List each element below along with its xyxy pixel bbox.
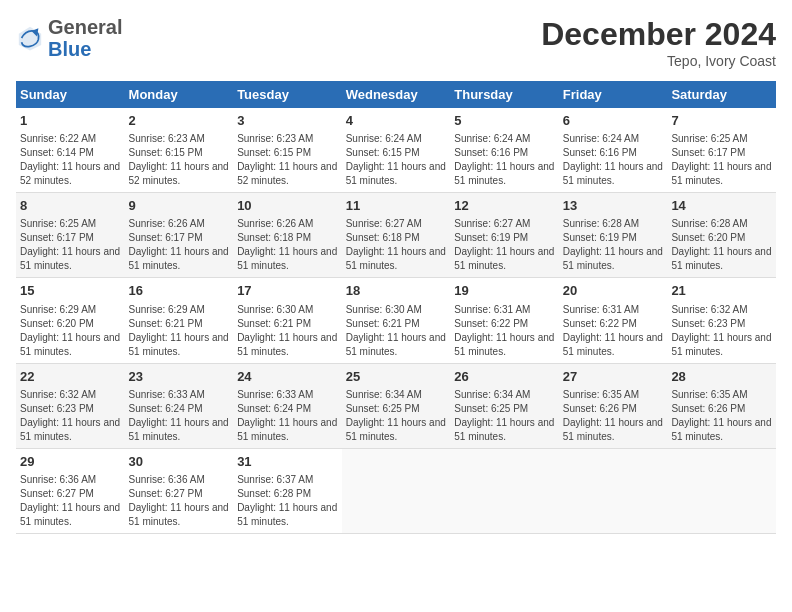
calendar-cell: 13Sunrise: 6:28 AMSunset: 6:19 PMDayligh… xyxy=(559,193,668,278)
calendar-header-row: SundayMondayTuesdayWednesdayThursdayFrid… xyxy=(16,81,776,108)
calendar-cell xyxy=(667,448,776,533)
calendar-cell: 16Sunrise: 6:29 AMSunset: 6:21 PMDayligh… xyxy=(125,278,234,363)
day-info: Sunrise: 6:31 AMSunset: 6:22 PMDaylight:… xyxy=(454,303,555,359)
day-number: 9 xyxy=(129,197,230,215)
day-info: Sunrise: 6:36 AMSunset: 6:27 PMDaylight:… xyxy=(20,473,121,529)
calendar-cell: 8Sunrise: 6:25 AMSunset: 6:17 PMDaylight… xyxy=(16,193,125,278)
calendar-cell: 7Sunrise: 6:25 AMSunset: 6:17 PMDaylight… xyxy=(667,108,776,193)
calendar-cell: 25Sunrise: 6:34 AMSunset: 6:25 PMDayligh… xyxy=(342,363,451,448)
day-info: Sunrise: 6:26 AMSunset: 6:17 PMDaylight:… xyxy=(129,217,230,273)
day-number: 24 xyxy=(237,368,338,386)
day-info: Sunrise: 6:29 AMSunset: 6:20 PMDaylight:… xyxy=(20,303,121,359)
day-info: Sunrise: 6:34 AMSunset: 6:25 PMDaylight:… xyxy=(454,388,555,444)
day-info: Sunrise: 6:29 AMSunset: 6:21 PMDaylight:… xyxy=(129,303,230,359)
calendar-cell: 14Sunrise: 6:28 AMSunset: 6:20 PMDayligh… xyxy=(667,193,776,278)
day-info: Sunrise: 6:23 AMSunset: 6:15 PMDaylight:… xyxy=(237,132,338,188)
day-number: 12 xyxy=(454,197,555,215)
day-number: 29 xyxy=(20,453,121,471)
calendar-cell: 5Sunrise: 6:24 AMSunset: 6:16 PMDaylight… xyxy=(450,108,559,193)
calendar-cell: 15Sunrise: 6:29 AMSunset: 6:20 PMDayligh… xyxy=(16,278,125,363)
logo-blue: Blue xyxy=(48,38,91,60)
day-number: 17 xyxy=(237,282,338,300)
calendar-cell: 17Sunrise: 6:30 AMSunset: 6:21 PMDayligh… xyxy=(233,278,342,363)
day-of-week-header: Monday xyxy=(125,81,234,108)
calendar-cell: 26Sunrise: 6:34 AMSunset: 6:25 PMDayligh… xyxy=(450,363,559,448)
calendar-cell: 3Sunrise: 6:23 AMSunset: 6:15 PMDaylight… xyxy=(233,108,342,193)
calendar-cell: 20Sunrise: 6:31 AMSunset: 6:22 PMDayligh… xyxy=(559,278,668,363)
day-number: 18 xyxy=(346,282,447,300)
day-number: 8 xyxy=(20,197,121,215)
day-number: 28 xyxy=(671,368,772,386)
day-of-week-header: Saturday xyxy=(667,81,776,108)
day-info: Sunrise: 6:23 AMSunset: 6:15 PMDaylight:… xyxy=(129,132,230,188)
day-of-week-header: Sunday xyxy=(16,81,125,108)
day-number: 7 xyxy=(671,112,772,130)
day-info: Sunrise: 6:24 AMSunset: 6:16 PMDaylight:… xyxy=(563,132,664,188)
day-number: 30 xyxy=(129,453,230,471)
calendar-cell: 6Sunrise: 6:24 AMSunset: 6:16 PMDaylight… xyxy=(559,108,668,193)
day-info: Sunrise: 6:27 AMSunset: 6:19 PMDaylight:… xyxy=(454,217,555,273)
calendar-cell: 1Sunrise: 6:22 AMSunset: 6:14 PMDaylight… xyxy=(16,108,125,193)
day-info: Sunrise: 6:24 AMSunset: 6:15 PMDaylight:… xyxy=(346,132,447,188)
day-info: Sunrise: 6:30 AMSunset: 6:21 PMDaylight:… xyxy=(237,303,338,359)
calendar-cell: 23Sunrise: 6:33 AMSunset: 6:24 PMDayligh… xyxy=(125,363,234,448)
day-info: Sunrise: 6:24 AMSunset: 6:16 PMDaylight:… xyxy=(454,132,555,188)
day-number: 26 xyxy=(454,368,555,386)
day-info: Sunrise: 6:31 AMSunset: 6:22 PMDaylight:… xyxy=(563,303,664,359)
day-number: 5 xyxy=(454,112,555,130)
calendar-cell: 24Sunrise: 6:33 AMSunset: 6:24 PMDayligh… xyxy=(233,363,342,448)
calendar-cell: 19Sunrise: 6:31 AMSunset: 6:22 PMDayligh… xyxy=(450,278,559,363)
day-info: Sunrise: 6:25 AMSunset: 6:17 PMDaylight:… xyxy=(671,132,772,188)
logo-general: General xyxy=(48,16,122,38)
day-number: 11 xyxy=(346,197,447,215)
day-number: 6 xyxy=(563,112,664,130)
month-title: December 2024 xyxy=(541,16,776,53)
day-of-week-header: Friday xyxy=(559,81,668,108)
calendar-week-row: 8Sunrise: 6:25 AMSunset: 6:17 PMDaylight… xyxy=(16,193,776,278)
day-info: Sunrise: 6:34 AMSunset: 6:25 PMDaylight:… xyxy=(346,388,447,444)
day-info: Sunrise: 6:32 AMSunset: 6:23 PMDaylight:… xyxy=(671,303,772,359)
logo: General Blue xyxy=(16,16,122,60)
day-info: Sunrise: 6:36 AMSunset: 6:27 PMDaylight:… xyxy=(129,473,230,529)
day-number: 22 xyxy=(20,368,121,386)
title-block: December 2024 Tepo, Ivory Coast xyxy=(541,16,776,69)
day-info: Sunrise: 6:33 AMSunset: 6:24 PMDaylight:… xyxy=(129,388,230,444)
day-info: Sunrise: 6:22 AMSunset: 6:14 PMDaylight:… xyxy=(20,132,121,188)
day-number: 25 xyxy=(346,368,447,386)
day-number: 2 xyxy=(129,112,230,130)
day-info: Sunrise: 6:26 AMSunset: 6:18 PMDaylight:… xyxy=(237,217,338,273)
calendar-week-row: 1Sunrise: 6:22 AMSunset: 6:14 PMDaylight… xyxy=(16,108,776,193)
calendar-cell: 9Sunrise: 6:26 AMSunset: 6:17 PMDaylight… xyxy=(125,193,234,278)
logo-icon xyxy=(16,24,44,52)
day-number: 14 xyxy=(671,197,772,215)
calendar-cell xyxy=(342,448,451,533)
day-number: 19 xyxy=(454,282,555,300)
calendar-cell xyxy=(559,448,668,533)
calendar-cell: 11Sunrise: 6:27 AMSunset: 6:18 PMDayligh… xyxy=(342,193,451,278)
calendar-week-row: 15Sunrise: 6:29 AMSunset: 6:20 PMDayligh… xyxy=(16,278,776,363)
calendar-cell: 12Sunrise: 6:27 AMSunset: 6:19 PMDayligh… xyxy=(450,193,559,278)
day-info: Sunrise: 6:30 AMSunset: 6:21 PMDaylight:… xyxy=(346,303,447,359)
calendar-cell: 10Sunrise: 6:26 AMSunset: 6:18 PMDayligh… xyxy=(233,193,342,278)
day-of-week-header: Thursday xyxy=(450,81,559,108)
calendar-week-row: 29Sunrise: 6:36 AMSunset: 6:27 PMDayligh… xyxy=(16,448,776,533)
day-info: Sunrise: 6:33 AMSunset: 6:24 PMDaylight:… xyxy=(237,388,338,444)
day-number: 4 xyxy=(346,112,447,130)
day-of-week-header: Wednesday xyxy=(342,81,451,108)
calendar-cell: 29Sunrise: 6:36 AMSunset: 6:27 PMDayligh… xyxy=(16,448,125,533)
day-number: 27 xyxy=(563,368,664,386)
logo-text: General Blue xyxy=(48,16,122,60)
day-number: 1 xyxy=(20,112,121,130)
calendar-cell: 27Sunrise: 6:35 AMSunset: 6:26 PMDayligh… xyxy=(559,363,668,448)
day-number: 3 xyxy=(237,112,338,130)
calendar-table: SundayMondayTuesdayWednesdayThursdayFrid… xyxy=(16,81,776,534)
calendar-cell: 2Sunrise: 6:23 AMSunset: 6:15 PMDaylight… xyxy=(125,108,234,193)
day-number: 13 xyxy=(563,197,664,215)
location-subtitle: Tepo, Ivory Coast xyxy=(541,53,776,69)
day-info: Sunrise: 6:35 AMSunset: 6:26 PMDaylight:… xyxy=(671,388,772,444)
day-info: Sunrise: 6:27 AMSunset: 6:18 PMDaylight:… xyxy=(346,217,447,273)
day-number: 23 xyxy=(129,368,230,386)
day-info: Sunrise: 6:28 AMSunset: 6:20 PMDaylight:… xyxy=(671,217,772,273)
day-number: 16 xyxy=(129,282,230,300)
calendar-cell: 22Sunrise: 6:32 AMSunset: 6:23 PMDayligh… xyxy=(16,363,125,448)
